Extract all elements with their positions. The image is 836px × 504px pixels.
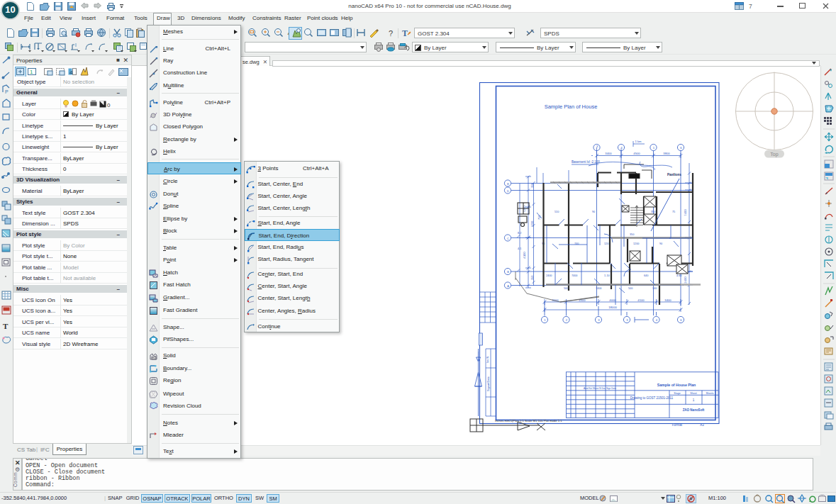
svg-text:4: 4	[656, 318, 658, 322]
svg-text:Signat/Date: Signat/Date	[486, 376, 490, 391]
svg-text:1-10: 1-10	[604, 274, 610, 277]
svg-text:4300: 4300	[523, 252, 526, 259]
svg-text:Inches mm/1(Plan 1:1 Scale M1:: Inches mm/1(Plan 1:1 Scale M1:100 Plot m…	[495, 419, 562, 422]
svg-text:75: 75	[672, 211, 675, 213]
svg-text:4.1: 4.1	[518, 247, 521, 250]
svg-text:A3: A3	[700, 423, 704, 427]
svg-text:8.2: 8.2	[518, 232, 521, 235]
svg-text:Sample of House Plan: Sample of House Plan	[657, 383, 696, 387]
svg-text:4100: 4100	[637, 298, 645, 302]
svg-text:2: 2	[566, 318, 568, 322]
svg-text:1 km: 1 km	[635, 140, 642, 143]
svg-text:120: 120	[604, 242, 608, 245]
svg-text:Sheet: Sheet	[690, 392, 696, 395]
svg-text:Inv N: Inv N	[486, 357, 489, 363]
svg-text:1: 1	[544, 318, 546, 322]
svg-text:7400: 7400	[684, 209, 687, 216]
svg-text:340: 340	[652, 287, 657, 290]
svg-text:C: C	[507, 237, 509, 240]
svg-text:1200: 1200	[633, 242, 639, 245]
svg-text:4: 4	[69, 69, 73, 76]
svg-text:3: 3	[596, 145, 598, 148]
svg-text:Stage: Stage	[674, 392, 680, 395]
svg-text:Sheets: Sheets	[706, 392, 713, 395]
svg-text:Format: Format	[672, 423, 683, 427]
svg-text:E: E	[507, 182, 509, 186]
svg-text:ZAO NanoSoft: ZAO NanoSoft	[683, 408, 705, 412]
svg-text:3400: 3400	[605, 152, 612, 155]
svg-text:3400: 3400	[664, 298, 671, 302]
svg-text:1200: 1200	[531, 221, 534, 227]
svg-text:350: 350	[651, 211, 655, 213]
svg-text:7400: 7400	[572, 274, 577, 277]
svg-text:3: 3	[626, 318, 628, 322]
svg-text:1: 1	[30, 69, 33, 75]
svg-text:0: 0	[107, 102, 111, 108]
svg-text:640: 640	[644, 274, 648, 277]
svg-text:Top: Top	[770, 152, 778, 157]
svg-text:3800: 3800	[663, 152, 670, 155]
svg-text:510: 510	[554, 211, 559, 213]
svg-text:4.60: 4.60	[676, 274, 681, 277]
svg-text:T: T	[3, 322, 9, 330]
svg-text:T: T	[402, 28, 408, 38]
svg-text:500: 500	[564, 287, 568, 290]
svg-text:350: 350	[531, 276, 534, 280]
svg-text:18000: 18000	[608, 306, 617, 309]
svg-text:4500: 4500	[633, 152, 640, 155]
svg-text:350: 350	[630, 233, 634, 236]
svg-text:P: P	[5, 89, 9, 94]
svg-text:Drawing to GOST 21501-2011: Drawing to GOST 21501-2011	[630, 396, 674, 400]
svg-text:2400: 2400	[684, 276, 687, 284]
svg-text:500: 500	[628, 287, 632, 290]
svg-text:1: 1	[653, 146, 655, 150]
svg-text:6: 6	[680, 318, 682, 322]
svg-text:350: 350	[531, 184, 534, 188]
svg-text:Pavilions: Pavilions	[667, 173, 681, 177]
svg-text:Sample Plan of House: Sample Plan of House	[545, 103, 598, 110]
svg-text:A: A	[507, 284, 509, 288]
svg-text:90: 90	[592, 211, 595, 213]
svg-text:1: 1	[693, 398, 695, 402]
svg-text:B: B	[507, 270, 509, 274]
svg-text:Amd Kol Sheet N Doc Sign Date: Amd Kol Sheet N Doc Sign Date	[584, 387, 616, 390]
svg-text:?: ?	[389, 29, 393, 38]
svg-text:2400: 2400	[546, 274, 552, 277]
svg-text:3: 3	[598, 318, 600, 322]
svg-text:4: 4	[620, 146, 623, 150]
svg-text:90: 90	[659, 242, 662, 245]
svg-text:D: D	[507, 189, 509, 193]
svg-text:7400: 7400	[596, 287, 601, 290]
svg-text:Basement lvl -2.100: Basement lvl -2.100	[572, 160, 600, 164]
svg-text:6: 6	[680, 146, 682, 150]
